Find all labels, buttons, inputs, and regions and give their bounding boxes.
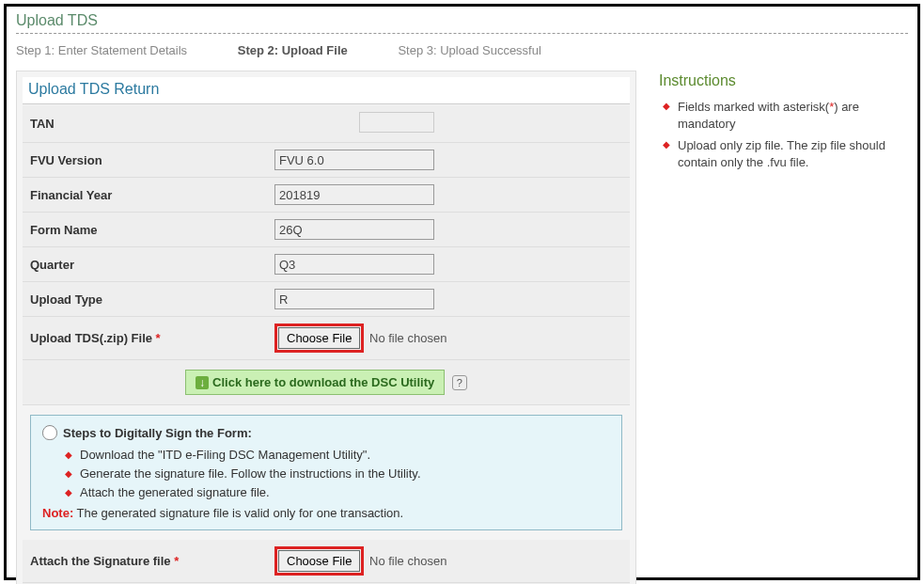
instructions-title: Instructions <box>659 72 908 89</box>
required-asterisk: * <box>156 331 161 345</box>
choose-zip-highlight: Choose File <box>274 324 364 353</box>
instruction-item: ◆ Upload only zip file. The zip file sho… <box>663 137 908 170</box>
infobox-step-1: Download the "ITD e-Filing DSC Managemen… <box>80 448 370 463</box>
wizard-step-1: Step 1: Enter Statement Details <box>16 43 187 57</box>
infobox-title-row: Steps to Digitally Sign the Form: <box>42 425 610 440</box>
instruction-item: ◆ Fields marked with asterisk(*) are man… <box>663 99 908 132</box>
label-quarter: Quarter <box>30 258 274 272</box>
row-fvu: FVU Version <box>23 143 630 178</box>
row-uploadtype: Upload Type <box>23 282 630 317</box>
label-attach-sig: Attach the Signature file * <box>30 554 274 568</box>
label-finyear: Financial Year <box>30 188 274 202</box>
choose-sig-button[interactable]: Choose File <box>278 550 360 572</box>
dsc-download-link[interactable]: ↓Click here to download the DSC Utility <box>185 370 445 395</box>
label-tan: TAN <box>30 117 274 131</box>
bullet-icon: ◆ <box>663 137 670 170</box>
label-uploadtype: Upload Type <box>30 292 274 307</box>
instruction-2: Upload only zip file. The zip file shoul… <box>678 137 908 170</box>
form-name-field <box>274 219 434 240</box>
financial-year-field <box>274 184 434 205</box>
dsc-download-text: Click here to download the DSC Utility <box>212 375 434 389</box>
label-fvu: FVU Version <box>30 153 274 167</box>
row-tan: TAN <box>23 105 630 143</box>
wizard-step-3: Step 3: Upload Successful <box>398 43 540 57</box>
choose-sig-highlight: Choose File <box>274 546 364 576</box>
bullet-icon: ◆ <box>65 466 72 481</box>
instruction-1a: Fields marked with asterisk <box>678 100 825 114</box>
sig-file-status: No file chosen <box>369 554 446 568</box>
bullet-icon: ◆ <box>65 448 72 463</box>
infobox-title: Steps to Digitally Sign the Form: <box>63 426 252 440</box>
download-icon: ↓ <box>196 376 209 389</box>
infobox-step-2: Generate the signature file. Follow the … <box>80 466 421 481</box>
infobox-note-text: The generated signature file is valid on… <box>73 506 403 520</box>
fvu-version-field <box>274 150 434 170</box>
tan-field <box>359 112 434 133</box>
row-upload-zip: Upload TDS(.zip) File * Choose File No f… <box>23 317 630 360</box>
help-icon[interactable]: ? <box>452 375 467 390</box>
sign-steps-infobox: Steps to Digitally Sign the Form: ◆Downl… <box>30 415 622 530</box>
choose-zip-button[interactable]: Choose File <box>278 327 360 349</box>
row-finyear: Financial Year <box>23 178 630 213</box>
instructions-panel: Instructions ◆ Fields marked with asteri… <box>659 71 908 176</box>
bulb-icon <box>42 425 57 440</box>
row-attach-sig: Attach the Signature file * Choose File … <box>23 540 630 583</box>
row-quarter: Quarter <box>23 247 630 282</box>
label-upload-zip: Upload TDS(.zip) File * <box>30 331 274 345</box>
bullet-icon: ◆ <box>65 485 72 500</box>
row-formname: Form Name <box>23 213 630 247</box>
label-formname: Form Name <box>30 223 274 237</box>
upload-form-panel: Upload TDS Return TAN FVU Version Financ… <box>16 71 636 584</box>
wizard-step-2: Step 2: Upload File <box>238 43 348 57</box>
infobox-step-3: Attach the generated signature file. <box>80 485 270 500</box>
label-attach-sig-text: Attach the Signature file <box>30 554 174 568</box>
section-title: Upload TDS Return <box>23 77 630 104</box>
wizard-steps: Step 1: Enter Statement Details Step 2: … <box>16 34 908 71</box>
bullet-icon: ◆ <box>663 99 670 132</box>
quarter-field <box>274 254 434 275</box>
infobox-note-label: Note: <box>42 506 73 520</box>
dsc-download-row: ↓Click here to download the DSC Utility … <box>23 360 630 405</box>
upload-type-field <box>274 289 434 309</box>
page-title: Upload TDS <box>16 12 908 34</box>
required-asterisk: * <box>174 554 179 568</box>
zip-file-status: No file chosen <box>369 331 446 345</box>
label-upload-zip-text: Upload TDS(.zip) File <box>30 331 156 345</box>
